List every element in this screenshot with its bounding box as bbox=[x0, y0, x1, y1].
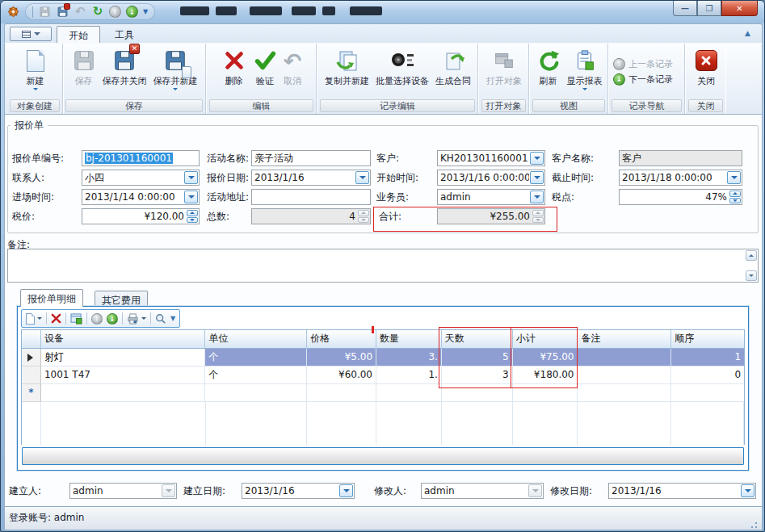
add-row-button[interactable] bbox=[26, 312, 42, 325]
cell-empty[interactable] bbox=[376, 384, 442, 402]
dropdown-button[interactable] bbox=[727, 171, 741, 184]
delete-row-button[interactable] bbox=[51, 312, 61, 325]
tax-point-spinner[interactable]: 47% bbox=[619, 189, 742, 205]
cell-price[interactable]: ¥5.00 bbox=[307, 349, 376, 367]
salesman-dropdown[interactable]: admin bbox=[437, 189, 545, 205]
modified-by-label: 修改人: bbox=[374, 483, 406, 500]
ribbon-collapse-icon[interactable]: ▲ bbox=[745, 29, 750, 37]
next-record-icon[interactable]: ↓ bbox=[126, 6, 138, 18]
tab-tools[interactable]: 工具 bbox=[103, 26, 145, 44]
entry-time-dropdown[interactable]: 2013/1/14 0:00:00 bbox=[82, 189, 200, 205]
undo-icon[interactable]: ↶ bbox=[74, 6, 86, 19]
dropdown-button[interactable] bbox=[530, 171, 544, 184]
new-button[interactable]: 新建 bbox=[23, 44, 48, 99]
scroll-up-icon[interactable] bbox=[746, 250, 757, 261]
move-up-icon[interactable]: ↑ bbox=[91, 313, 103, 325]
toolbar-more-icon[interactable]: ▼ bbox=[170, 315, 175, 322]
qat-more-icon[interactable]: ▼ bbox=[143, 8, 148, 15]
validate-button[interactable]: 验证 bbox=[250, 44, 280, 99]
cell-remarks[interactable] bbox=[578, 367, 671, 384]
restore-button[interactable]: ❐ bbox=[697, 1, 721, 16]
search-icon[interactable] bbox=[155, 312, 166, 325]
column-header-price[interactable]: 价格 bbox=[307, 330, 376, 349]
titlebar[interactable]: ↶ ↻ ↑ ↓ ▼ — ❐ ✕ bbox=[1, 1, 765, 23]
cell-empty[interactable] bbox=[671, 384, 744, 402]
edit-form-button[interactable] bbox=[70, 312, 82, 325]
save-and-new-button[interactable]: 保存并新建 bbox=[150, 44, 201, 99]
cell-quantity[interactable]: 3. bbox=[376, 349, 442, 367]
save-icon[interactable] bbox=[38, 6, 51, 19]
resize-grip[interactable] bbox=[750, 521, 758, 528]
quick-access-toolbar: ↶ ↻ ↑ ↓ ▼ bbox=[25, 3, 155, 20]
tab-quotation-detail[interactable]: 报价单明细 bbox=[20, 289, 83, 307]
print-button[interactable] bbox=[127, 312, 146, 325]
tax-price-spinner[interactable]: ¥120.00 bbox=[82, 208, 200, 224]
cancel-button[interactable]: ↶ 取消 bbox=[280, 44, 305, 99]
delete-button[interactable]: 删除 bbox=[219, 44, 250, 99]
previous-record-icon[interactable]: ↑ bbox=[109, 6, 121, 18]
cell-remarks[interactable] bbox=[578, 349, 671, 367]
spinner-buttons[interactable] bbox=[729, 191, 741, 203]
dropdown-button[interactable] bbox=[741, 484, 754, 497]
save-and-close-button[interactable]: ✕ 保存并关闭 bbox=[99, 44, 150, 99]
cell-empty[interactable] bbox=[578, 384, 671, 402]
activity-address-input[interactable] bbox=[251, 189, 371, 205]
open-object-button[interactable]: 打开对象 bbox=[483, 44, 525, 99]
end-time-dropdown[interactable]: 2013/1/18 0:00:00 bbox=[619, 170, 742, 186]
show-report-button[interactable]: 显示报表 bbox=[564, 44, 606, 99]
tab-other-fees[interactable]: 其它费用 bbox=[95, 291, 148, 307]
generate-contract-button[interactable]: 生成合同 bbox=[432, 44, 474, 99]
modified-date-dropdown[interactable]: 2013/1/16 bbox=[608, 483, 756, 499]
start-time-dropdown[interactable]: 2013/1/16 0:00:00 bbox=[437, 170, 545, 186]
column-header-unit[interactable]: 单位 bbox=[205, 330, 307, 349]
close-window-button[interactable]: ✕ bbox=[721, 1, 758, 16]
next-record-button[interactable]: ↓ 下一条记录 bbox=[613, 73, 684, 86]
copy-and-new-button[interactable]: 复制并新建 bbox=[322, 44, 372, 99]
quote-number-input[interactable]: bj-201301160001 bbox=[82, 150, 200, 166]
spinner-buttons[interactable] bbox=[187, 210, 198, 223]
cell-unit[interactable]: 个 bbox=[205, 367, 307, 384]
previous-record-button[interactable]: ↑ 上一条记录 bbox=[613, 58, 684, 70]
dropdown-button[interactable] bbox=[184, 171, 198, 184]
refresh-button[interactable]: 刷新 bbox=[533, 44, 564, 99]
redo-icon[interactable]: ↻ bbox=[91, 6, 104, 19]
save-button[interactable]: 保存 bbox=[69, 44, 99, 99]
new-row[interactable]: * bbox=[22, 384, 744, 402]
tab-start[interactable]: 开始 bbox=[57, 26, 100, 44]
customer-dropdown[interactable]: KH201301160001 bbox=[437, 150, 545, 166]
cell-quantity[interactable]: 1. bbox=[376, 367, 442, 384]
cell-empty[interactable] bbox=[307, 384, 376, 402]
cell-device[interactable]: 射灯 bbox=[41, 349, 206, 367]
view-selector-button[interactable] bbox=[10, 27, 52, 41]
cell-unit[interactable]: 个 bbox=[205, 349, 307, 367]
cell-device[interactable]: 1001 T47 bbox=[41, 367, 206, 384]
cell-price[interactable]: ¥60.00 bbox=[307, 367, 376, 384]
column-header-device[interactable]: 设备 bbox=[41, 330, 206, 349]
quote-date-dropdown[interactable]: 2013/1/16 bbox=[251, 170, 371, 186]
batch-select-device-button[interactable]: 批量选择设备 bbox=[372, 44, 432, 99]
table-row[interactable]: 1001 T47 个 ¥60.00 1. 3 ¥180.00 0 bbox=[22, 367, 744, 384]
cell-empty[interactable] bbox=[41, 384, 206, 402]
table-row[interactable]: 射灯 个 ¥5.00 3. 5 ¥75.00 1 bbox=[22, 349, 744, 367]
dropdown-button[interactable] bbox=[184, 191, 198, 203]
column-header-remarks[interactable]: 备注 bbox=[578, 330, 671, 349]
minimize-button[interactable]: — bbox=[673, 1, 697, 16]
scrollbar[interactable] bbox=[746, 250, 757, 281]
dropdown-button[interactable] bbox=[530, 152, 544, 165]
created-date-dropdown[interactable]: 2013/1/16 bbox=[242, 483, 355, 499]
column-header-quantity[interactable]: 数量 bbox=[376, 330, 442, 349]
column-header-order[interactable]: 顺序 bbox=[671, 330, 744, 349]
close-record-button[interactable]: 关闭 bbox=[692, 44, 721, 99]
dropdown-button[interactable] bbox=[355, 171, 369, 184]
cell-order[interactable]: 0 bbox=[671, 367, 744, 384]
cell-empty[interactable] bbox=[205, 384, 307, 402]
move-down-icon[interactable]: ↓ bbox=[107, 313, 118, 325]
dropdown-button[interactable] bbox=[339, 484, 353, 497]
save-and-close-icon[interactable] bbox=[56, 6, 69, 19]
dropdown-button[interactable] bbox=[530, 191, 544, 203]
remarks-textarea[interactable] bbox=[7, 249, 759, 283]
scroll-down-icon[interactable] bbox=[746, 270, 757, 281]
contact-dropdown[interactable]: 小四 bbox=[82, 170, 200, 186]
cell-order[interactable]: 1 bbox=[671, 349, 744, 367]
activity-name-input[interactable]: 亲子活动 bbox=[251, 150, 371, 166]
